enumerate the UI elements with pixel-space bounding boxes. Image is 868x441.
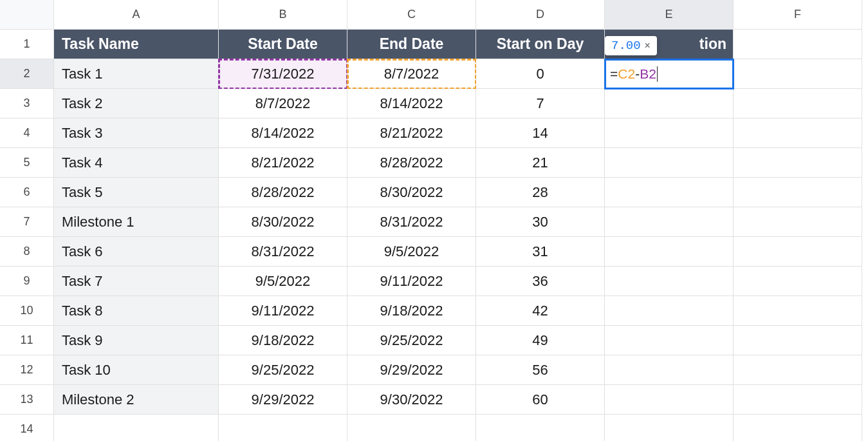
cell-F5[interactable] — [734, 148, 862, 178]
cell-B11[interactable]: 9/18/2022 — [219, 326, 347, 355]
cell-D14[interactable] — [476, 415, 605, 441]
cell-B6[interactable]: 8/28/2022 — [219, 178, 347, 207]
tooltip-close-icon[interactable]: × — [645, 40, 651, 52]
cell-B10[interactable]: 9/11/2022 — [219, 296, 347, 326]
cell-B9[interactable]: 9/5/2022 — [219, 267, 347, 296]
cell-C8[interactable]: 9/5/2022 — [347, 237, 476, 267]
cell-A13[interactable]: Milestone 2 — [54, 385, 219, 415]
cell-C12[interactable]: 9/29/2022 — [347, 355, 476, 385]
cell-A5[interactable]: Task 4 — [54, 148, 219, 178]
row-header-7[interactable]: 7 — [0, 207, 54, 237]
cell-D4[interactable]: 14 — [476, 118, 605, 148]
col-header-F[interactable]: F — [734, 0, 862, 30]
row-header-11[interactable]: 11 — [0, 326, 54, 355]
cell-D12[interactable]: 56 — [476, 355, 605, 385]
cell-A6[interactable]: Task 5 — [54, 178, 219, 207]
select-all-corner[interactable] — [0, 0, 54, 30]
cell-D1[interactable]: Start on Day — [476, 30, 605, 59]
cell-D7[interactable]: 30 — [476, 207, 605, 237]
cell-F6[interactable] — [734, 178, 862, 207]
cell-A9[interactable]: Task 7 — [54, 267, 219, 296]
cell-A2[interactable]: Task 1 — [54, 59, 219, 89]
cell-B5[interactable]: 8/21/2022 — [219, 148, 347, 178]
col-header-E[interactable]: E — [605, 0, 734, 30]
row-header-13[interactable]: 13 — [0, 385, 54, 415]
cell-F7[interactable] — [734, 207, 862, 237]
cell-E14[interactable] — [605, 415, 734, 441]
cell-D5[interactable]: 21 — [476, 148, 605, 178]
cell-B13[interactable]: 9/29/2022 — [219, 385, 347, 415]
cell-D13[interactable]: 60 — [476, 385, 605, 415]
cell-E9[interactable] — [605, 267, 734, 296]
cell-A10[interactable]: Task 8 — [54, 296, 219, 326]
cell-C2[interactable]: 8/7/2022 — [347, 59, 476, 89]
cell-E12[interactable] — [605, 355, 734, 385]
cell-B8[interactable]: 8/31/2022 — [219, 237, 347, 267]
cell-F10[interactable] — [734, 296, 862, 326]
cell-A14[interactable] — [54, 415, 219, 441]
cell-E3[interactable] — [605, 89, 734, 118]
cell-F14[interactable] — [734, 415, 862, 441]
cell-C13[interactable]: 9/30/2022 — [347, 385, 476, 415]
cell-C9[interactable]: 9/11/2022 — [347, 267, 476, 296]
cell-E11[interactable] — [605, 326, 734, 355]
cell-E4[interactable] — [605, 118, 734, 148]
cell-B3[interactable]: 8/7/2022 — [219, 89, 347, 118]
cell-D11[interactable]: 49 — [476, 326, 605, 355]
cell-D10[interactable]: 42 — [476, 296, 605, 326]
cell-F11[interactable] — [734, 326, 862, 355]
cell-E10[interactable] — [605, 296, 734, 326]
cell-C11[interactable]: 9/25/2022 — [347, 326, 476, 355]
cell-A12[interactable]: Task 10 — [54, 355, 219, 385]
cell-C4[interactable]: 8/21/2022 — [347, 118, 476, 148]
cell-B12[interactable]: 9/25/2022 — [219, 355, 347, 385]
row-header-12[interactable]: 12 — [0, 355, 54, 385]
cell-F12[interactable] — [734, 355, 862, 385]
cell-A4[interactable]: Task 3 — [54, 118, 219, 148]
cell-B7[interactable]: 8/30/2022 — [219, 207, 347, 237]
cell-E7[interactable] — [605, 207, 734, 237]
col-header-B[interactable]: B — [219, 0, 347, 30]
cell-E5[interactable] — [605, 148, 734, 178]
col-header-A[interactable]: A — [54, 0, 219, 30]
cell-A7[interactable]: Milestone 1 — [54, 207, 219, 237]
cell-E13[interactable] — [605, 385, 734, 415]
col-header-D[interactable]: D — [476, 0, 605, 30]
row-header-2[interactable]: 2 — [0, 59, 54, 89]
cell-F13[interactable] — [734, 385, 862, 415]
cell-B4[interactable]: 8/14/2022 — [219, 118, 347, 148]
row-header-10[interactable]: 10 — [0, 296, 54, 326]
cell-B2[interactable]: 7/31/2022 — [219, 59, 347, 89]
row-header-9[interactable]: 9 — [0, 267, 54, 296]
cell-B1[interactable]: Start Date — [219, 30, 347, 59]
cell-F8[interactable] — [734, 237, 862, 267]
cell-A1[interactable]: Task Name — [54, 30, 219, 59]
cell-E6[interactable] — [605, 178, 734, 207]
row-header-4[interactable]: 4 — [0, 118, 54, 148]
cell-B14[interactable] — [219, 415, 347, 441]
cell-E8[interactable] — [605, 237, 734, 267]
cell-E2[interactable]: 7.00 × =C2-B2 — [605, 59, 734, 89]
cell-D2[interactable]: 0 — [476, 59, 605, 89]
cell-C10[interactable]: 9/18/2022 — [347, 296, 476, 326]
cell-F3[interactable] — [734, 89, 862, 118]
row-header-5[interactable]: 5 — [0, 148, 54, 178]
row-header-8[interactable]: 8 — [0, 237, 54, 267]
cell-F4[interactable] — [734, 118, 862, 148]
cell-A8[interactable]: Task 6 — [54, 237, 219, 267]
cell-C7[interactable]: 8/31/2022 — [347, 207, 476, 237]
cell-F1[interactable] — [734, 30, 862, 59]
cell-C1[interactable]: End Date — [347, 30, 476, 59]
cell-C14[interactable] — [347, 415, 476, 441]
cell-C6[interactable]: 8/30/2022 — [347, 178, 476, 207]
row-header-6[interactable]: 6 — [0, 178, 54, 207]
cell-D8[interactable]: 31 — [476, 237, 605, 267]
spreadsheet-grid[interactable]: A B C D E F 1 Task Name Start Date End D… — [0, 0, 868, 441]
formula-text[interactable]: =C2-B2 — [610, 66, 658, 82]
row-header-14[interactable]: 14 — [0, 415, 54, 441]
cell-C5[interactable]: 8/28/2022 — [347, 148, 476, 178]
col-header-C[interactable]: C — [347, 0, 476, 30]
cell-D6[interactable]: 28 — [476, 178, 605, 207]
cell-F2[interactable] — [734, 59, 862, 89]
cell-A11[interactable]: Task 9 — [54, 326, 219, 355]
